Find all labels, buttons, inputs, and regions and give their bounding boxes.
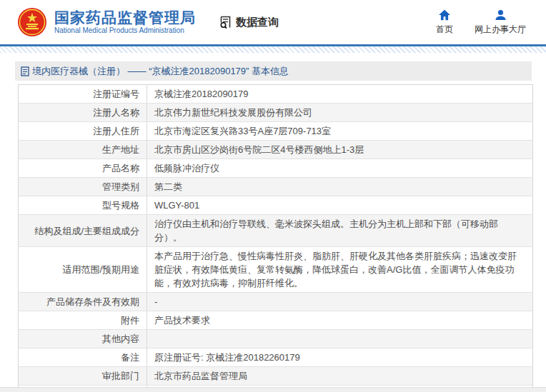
breadcrumb-text: 境内医疗器械（注册） —— “京械注准20182090179” 基本信息 bbox=[32, 65, 289, 78]
site-title: 国家药品监督管理局 bbox=[54, 9, 196, 26]
row-label: 其他内容 bbox=[19, 330, 147, 348]
row-label: 注册人名称 bbox=[19, 104, 147, 122]
row-value: 本产品用于治疗急、慢性病毒性肝炎、脂肪肝、肝硬化及其他各类肝脏疾病；迅速改变肝脏… bbox=[147, 247, 533, 293]
row-label: 注册人住所 bbox=[19, 122, 147, 141]
header: 国家药品监督管理局 National Medical Products Admi… bbox=[0, 0, 546, 44]
row-label: 产品名称 bbox=[19, 159, 147, 178]
row-value: 北京市药品监督管理局 bbox=[147, 367, 533, 386]
data-query-button[interactable]: 数据查询 bbox=[219, 15, 279, 29]
row-label: 型号规格 bbox=[19, 196, 147, 215]
row-value: - bbox=[147, 293, 533, 311]
user-icon bbox=[495, 9, 507, 21]
table-row: 注册人名称北京伟力新世纪科技发展股份有限公司 bbox=[19, 104, 533, 122]
table-row: 型号规格WLGY-801 bbox=[19, 196, 533, 215]
row-label: 附件 bbox=[19, 311, 147, 330]
nav-service-hall[interactable]: 网上办事大厅 bbox=[475, 9, 526, 36]
nav-home[interactable]: 首页 bbox=[436, 9, 453, 36]
top-nav: 首页 网上办事大厅 bbox=[436, 9, 532, 36]
row-value: 北京伟力新世纪科技发展股份有限公司 bbox=[147, 104, 533, 122]
table-row: 注册人住所北京市海淀区复兴路33号A座7层709-713室 bbox=[19, 122, 533, 141]
document-search-icon bbox=[219, 15, 233, 29]
row-label: 审批部门 bbox=[19, 367, 147, 386]
site-subtitle: National Medical Products Administration bbox=[54, 26, 196, 35]
row-label: 生产地址 bbox=[19, 141, 147, 159]
table-row: 其他内容 bbox=[19, 330, 533, 348]
home-icon bbox=[438, 9, 451, 21]
table-row: 适用范围/预期用途本产品用于治疗急、慢性病毒性肝炎、脂肪肝、肝硬化及其他各类肝脏… bbox=[19, 247, 533, 293]
table-row: 结构及组成/主要组成成分治疗仪由主机和治疗导联线、毫米波探头组成。主机分为主机上… bbox=[19, 215, 533, 247]
row-value: 北京市海淀区复兴路33号A座7层709-713室 bbox=[147, 122, 533, 141]
hatch-pattern-band bbox=[0, 46, 546, 53]
row-value: 原注册证号: 京械注准20182260179 bbox=[147, 348, 533, 367]
document-icon bbox=[21, 66, 29, 76]
registration-info-table-wrap: 注册证编号京械注准20182090179注册人名称北京伟力新世纪科技发展股份有限… bbox=[18, 84, 533, 392]
table-row: 注册证编号京械注准20182090179 bbox=[19, 85, 533, 104]
row-label: 注册证编号 bbox=[19, 85, 147, 104]
table-row: 审批部门北京市药品监督管理局 bbox=[19, 367, 533, 386]
row-label: 管理类别 bbox=[19, 178, 147, 196]
row-label: 适用范围/预期用途 bbox=[19, 247, 147, 293]
table-row: 产品名称低频脉冲治疗仪 bbox=[19, 159, 533, 178]
row-label: 产品储存条件及有效期 bbox=[19, 293, 147, 311]
row-label: 结构及组成/主要组成成分 bbox=[19, 215, 147, 247]
row-value: 治疗仪由主机和治疗导联线、毫米波探头组成。主机分为主机上部和下部（可移动部分）。 bbox=[147, 215, 533, 247]
row-value: 北京市房山区沙岗街6号院二区4号楼西侧地上1-3层 bbox=[147, 141, 533, 159]
table-row: 备注原注册证号: 京械注准20182260179 bbox=[19, 348, 533, 367]
brand-logo[interactable]: 国家药品监督管理局 National Medical Products Admi… bbox=[17, 7, 196, 37]
table-row: 生产地址北京市房山区沙岗街6号院二区4号楼西侧地上1-3层 bbox=[19, 141, 533, 159]
row-value: 第二类 bbox=[147, 178, 533, 196]
data-query-label: 数据查询 bbox=[236, 16, 279, 29]
row-value: 京械注准20182090179 bbox=[147, 85, 533, 104]
breadcrumb: 境内医疗器械（注册） —— “京械注准20182090179” 基本信息 bbox=[15, 61, 532, 81]
row-value: WLGY-801 bbox=[147, 196, 533, 215]
row-value bbox=[147, 330, 533, 348]
nav-service-hall-label: 网上办事大厅 bbox=[475, 24, 526, 36]
footer-strip bbox=[0, 387, 546, 392]
table-row: 产品储存条件及有效期- bbox=[19, 293, 533, 311]
nav-home-label: 首页 bbox=[436, 24, 453, 36]
national-emblem-icon bbox=[17, 7, 47, 37]
row-label: 备注 bbox=[19, 348, 147, 367]
table-row: 管理类别第二类 bbox=[19, 178, 533, 196]
table-row: 附件产品技术要求 bbox=[19, 311, 533, 330]
registration-info-table: 注册证编号京械注准20182090179注册人名称北京伟力新世纪科技发展股份有限… bbox=[18, 84, 533, 392]
row-value: 低频脉冲治疗仪 bbox=[147, 159, 533, 178]
row-value: 产品技术要求 bbox=[147, 311, 533, 330]
